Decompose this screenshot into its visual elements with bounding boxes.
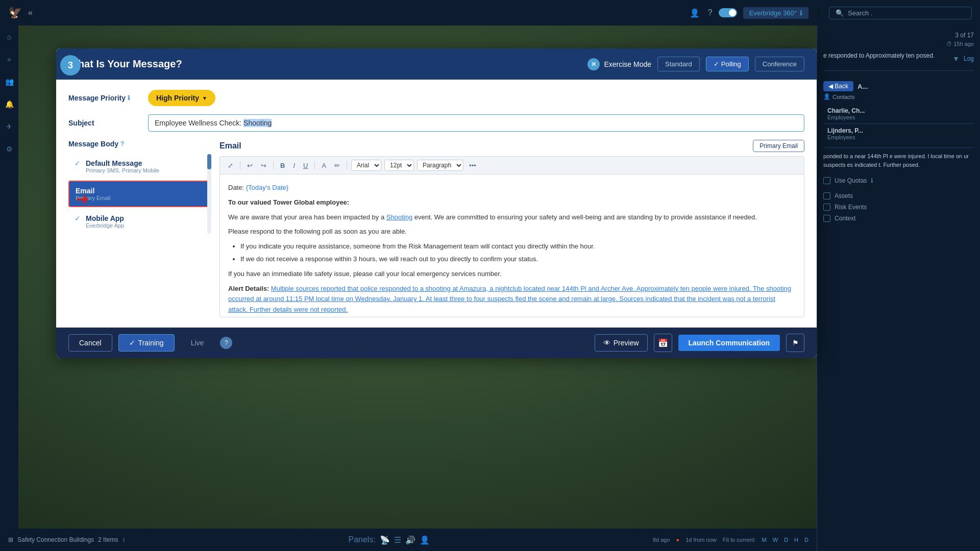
italic-btn[interactable]: I: [290, 160, 298, 171]
panel-icon-1[interactable]: 📡: [380, 535, 390, 545]
default-msg-sub: Primary SMS, Primary Mobile: [86, 167, 159, 173]
assets-checkbox[interactable]: [823, 192, 830, 199]
step-indicator: 3: [60, 55, 81, 76]
paragraph-select[interactable]: Paragraph: [417, 160, 463, 171]
sidebar-item-contacts[interactable]: 👥: [2, 74, 16, 89]
bottom-right: 8d ago ● 1d from now Fit to current: M W…: [653, 537, 808, 543]
live-button[interactable]: Live: [181, 335, 214, 351]
panel-icon-2[interactable]: ☰: [394, 535, 401, 545]
sidebar-item-map[interactable]: ✈: [2, 119, 16, 134]
filter-icon[interactable]: ▼: [952, 55, 960, 63]
right-checkboxes: Assets Risk Events Context: [823, 192, 974, 222]
contact-name-lijnders: Lijnders, P...: [827, 127, 970, 134]
subject-input[interactable]: Employee Wellness Check: Shooting: [148, 114, 804, 132]
launch-communication-button[interactable]: Launch Communication: [678, 335, 780, 351]
mobile-msg-name: Mobile App: [86, 214, 124, 222]
bold-btn[interactable]: B: [278, 160, 287, 171]
priority-button[interactable]: High Priority ▼: [148, 90, 215, 106]
cancel-button[interactable]: Cancel: [68, 334, 112, 352]
conference-mode-btn[interactable]: Conference: [755, 57, 804, 71]
preview-label: Preview: [614, 339, 639, 347]
email-content-area[interactable]: Date: {Today's Date} To our valued Tower…: [219, 174, 804, 317]
context-checkbox[interactable]: [823, 215, 830, 222]
message-body-info-icon[interactable]: ?: [120, 140, 124, 147]
use-quotas-label: Use Quotas: [835, 177, 867, 184]
contact-name-charlie: Charlie, Ch...: [827, 107, 970, 114]
search-bar[interactable]: 🔍 Search .: [829, 7, 972, 19]
use-quotas-info-icon[interactable]: ℹ: [871, 177, 873, 184]
underline-btn[interactable]: U: [301, 160, 310, 171]
training-button[interactable]: ✓ Training: [118, 334, 175, 352]
highlight-btn[interactable]: ✏: [332, 160, 342, 171]
sidebar-item-alerts[interactable]: 🔔: [2, 97, 16, 111]
timeline-m[interactable]: M: [762, 537, 767, 543]
expand-btn[interactable]: ⤢: [225, 160, 236, 171]
mobile-msg-sub: Everbridge App: [86, 222, 124, 229]
search-placeholder: Search .: [848, 9, 872, 17]
message-list-scrollbar[interactable]: [207, 154, 211, 234]
priority-info-icon[interactable]: ℹ: [128, 94, 130, 102]
timeline-w[interactable]: W: [773, 537, 778, 543]
message-modal: What Is Your Message? ✕ Exercise Mode St…: [56, 48, 817, 358]
modal-body: Message Priority ℹ High Priority ▼ Subje…: [56, 80, 817, 328]
panel-icon-3[interactable]: 🔊: [405, 535, 415, 545]
preview-button[interactable]: 👁 Preview: [595, 334, 648, 352]
sidebar-item-home[interactable]: ⌂: [2, 30, 16, 44]
person-icon: 👤: [823, 93, 830, 100]
date-line: Date: {Today's Date}: [228, 183, 796, 193]
contact-item-charlie[interactable]: Charlie, Ch... Employees: [823, 104, 974, 124]
modal-title: What Is Your Message?: [68, 58, 182, 70]
font-color-btn[interactable]: A: [319, 160, 329, 171]
help-icon[interactable]: ?: [708, 8, 713, 17]
redo-btn[interactable]: ↪: [258, 160, 269, 171]
risk-events-label: Risk Events: [835, 204, 867, 211]
buildings-label: Safety Connection Buildings: [17, 536, 94, 543]
exercise-mode-toggle[interactable]: ✕ Exercise Mode: [587, 58, 651, 70]
search-icon: 🔍: [836, 9, 844, 17]
list-item-mobile[interactable]: ✓ Mobile App Everbridge App: [68, 209, 211, 234]
sidebar-item-expand[interactable]: »: [2, 52, 16, 66]
scroll-thumb: [207, 154, 211, 169]
sidebar-item-settings[interactable]: ⚙: [2, 142, 16, 156]
log-button[interactable]: Log: [964, 55, 974, 62]
app-logo[interactable]: 🦅: [8, 6, 22, 19]
primary-email-button[interactable]: Primary Email: [753, 140, 804, 152]
back-btn-row: ◀ Back A...: [823, 81, 974, 91]
contacts-sub: Contacts: [832, 94, 854, 100]
default-check-icon: ✓: [75, 159, 81, 167]
undo-btn[interactable]: ↩: [244, 160, 255, 171]
user-icon[interactable]: 👤: [690, 8, 700, 18]
font-size-select[interactable]: 12pt: [384, 160, 414, 171]
risk-events-check-item: Risk Events: [823, 204, 974, 211]
exercise-toggle-topbar[interactable]: [719, 8, 737, 17]
badge-label: Everbridge 360°: [749, 9, 797, 17]
priority-chevron-icon: ▼: [202, 95, 207, 101]
standard-mode-btn[interactable]: Standard: [657, 57, 700, 71]
priority-label: Message Priority ℹ: [68, 94, 140, 102]
font-name-select[interactable]: Arial: [351, 160, 381, 171]
timeline-h[interactable]: H: [794, 537, 798, 543]
risk-events-checkbox[interactable]: [823, 204, 830, 211]
flag-button[interactable]: ⚑: [786, 334, 804, 352]
email-bullet-list: If you indicate you require assistance, …: [240, 241, 796, 265]
use-quotas-checkbox[interactable]: [823, 177, 830, 184]
timeline-d[interactable]: D: [784, 537, 788, 543]
footer-help-button[interactable]: ?: [220, 337, 232, 349]
contact-item-lijnders[interactable]: Lijnders, P... Employees: [823, 124, 974, 143]
sort-icon[interactable]: ↕: [122, 536, 125, 543]
message-body-panel: Message Body ? ✓ Default Message Primary…: [68, 140, 211, 317]
calendar-button[interactable]: 📅: [654, 334, 672, 352]
list-item-email[interactable]: Email Primary Email: [68, 181, 211, 207]
list-item-default[interactable]: ✓ Default Message Primary SMS, Primary M…: [68, 154, 211, 179]
timeline-d2[interactable]: D: [804, 537, 808, 543]
panel-icon-4[interactable]: 👤: [420, 535, 430, 545]
collapse-btn[interactable]: «: [28, 8, 33, 17]
topbar-menu-icon[interactable]: ⋮: [815, 8, 823, 18]
panel-icons: Panels: 📡 ☰ 🔊 👤: [349, 535, 430, 545]
right-panel-lower: ponded to a near 144th Pl e were injured…: [823, 147, 974, 169]
back-button[interactable]: ◀ Back: [823, 81, 853, 91]
right-panel: 3 of 17 ⏱ 15h ago e responded to Approxi…: [817, 26, 980, 551]
polling-mode-btn[interactable]: ✓ Polling: [706, 57, 749, 71]
mobile-check-icon: ✓: [75, 214, 81, 222]
more-btn[interactable]: •••: [467, 160, 479, 171]
